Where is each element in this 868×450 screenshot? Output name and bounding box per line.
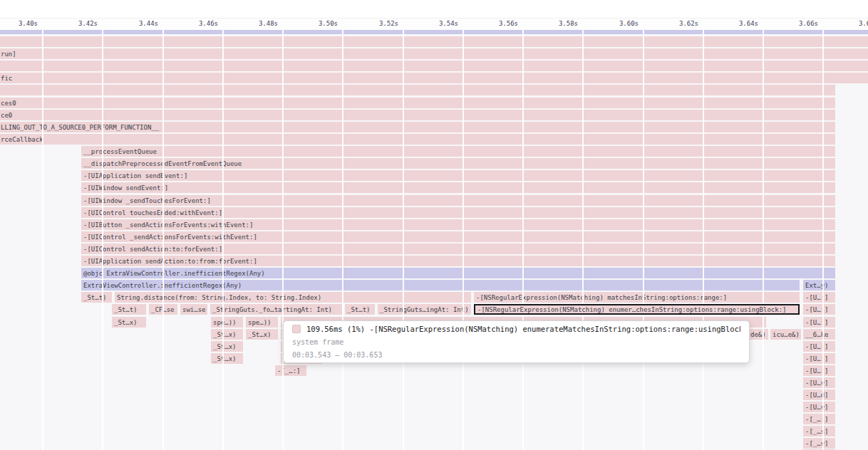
flame-block[interactable]: _St…x) [211,329,243,340]
flame-block[interactable]: _St…x) [246,329,278,340]
flame-block[interactable]: -[_…s] [803,426,835,436]
instruments-flame-chart: 3.40s3.42s3.44s3.46s3.48s3.50s3.52s3.54s… [0,0,868,450]
tooltip-title: 109.56ms (1%) -[NSRegularExpression(NSMa… [306,325,740,333]
flame-block[interactable]: -[UIControl _sendActionsForEvents:withEv… [81,231,835,242]
flame-block[interactable]: _St…t) [112,304,146,315]
flame-block[interactable]: _St…x) [211,341,243,352]
flame-block[interactable]: __processEventQueue [81,146,835,157]
flame-block[interactable]: -[UIApplication sendEvent:] [81,170,835,181]
flame-block[interactable]: @objc ExtraViewController.inefficientReg… [81,268,835,278]
flame-block[interactable]: LLING_OUT_TO_A_SOURCE0_PERFORM_FUNCTION_… [0,122,835,132]
flame-block[interactable]: -[UIApplication sendAction:to:from:forEv… [81,256,835,266]
flame-block[interactable]: -[U…v] [803,377,835,388]
flame-block[interactable]: -[_…v] [803,438,835,449]
flame-block[interactable]: _St…t) [345,304,375,315]
flame-block[interactable]: _StringGuts…ingAt: Int) [378,304,471,315]
flame-block[interactable]: rceCallback [0,134,835,145]
ruler-label: 3.62s [657,20,698,27]
flame-block[interactable]: _St…t) [81,292,112,303]
flame-block[interactable]: -[UIWindow sendEvent:] [81,182,835,193]
flame-block[interactable]: -[UIControl touchesEnded:withEvent:] [81,207,835,218]
flame-block[interactable]: ExtraViewController.inefficientRegex(Any… [81,280,800,291]
flame-block[interactable]: -[U…:] [803,365,835,376]
flame-block[interactable]: __6…ke [803,329,835,340]
flame-block[interactable] [0,29,868,34]
flame-block[interactable]: _St…x) [211,353,243,364]
top-spacer [0,0,868,18]
flame-block[interactable]: -[U…:] [803,304,835,315]
flame-block-selected[interactable]: -[NSRegularExpression(NSMatching) enumer… [474,304,800,315]
flame-block[interactable]: swi…se [180,304,207,315]
ruler-label: 3.52s [357,20,398,27]
flame-block[interactable] [0,36,868,47]
flame-block[interactable]: -[NSRegularExpression(NSMatching) matche… [474,292,800,303]
flame-block[interactable]: _StringGuts._fo…tartingAt: Int) [210,304,342,315]
ruler-label: 3.56s [477,20,518,27]
flame-block[interactable]: String.distance(from: String.Index, to: … [115,292,471,303]
ruler-label: 3.48s [237,20,278,27]
flame-block[interactable]: ces0 [0,98,835,108]
flame-block[interactable]: -[U…:] [803,292,835,303]
flame-block[interactable]: -[U…v] [803,402,835,412]
ruler-label: 3.40s [0,20,38,27]
tooltip-title-row: 109.56ms (1%) -[NSRegularExpression(NSMa… [292,325,740,333]
flame-block[interactable]: -[_…:] [275,365,306,376]
ruler-label: 3.46s [177,20,218,27]
tooltip: 109.56ms (1%) -[NSRegularExpression(NSMa… [283,320,750,363]
ruler-label: 3.42s [56,20,98,27]
ruler-label: 3.60s [597,20,639,27]
flame-block[interactable]: _St…x) [112,317,146,328]
flame-block[interactable]: -[UIButton _sendActionsForEvents:withEve… [81,219,835,230]
color-swatch-icon [292,325,301,333]
flame-block[interactable]: -[U…:] [803,353,835,364]
flame-block[interactable]: __dispatchPreprocessedEventFromEventQueu… [81,158,835,169]
flame-block[interactable]: _CF…se [149,304,177,315]
flame-block[interactable]: run] [0,48,868,59]
ruler-label: 3.66s [777,20,818,27]
flame-block[interactable]: ce0 [0,110,835,120]
flame-block[interactable]: icu…e&) [770,329,801,340]
flame-block[interactable]: -[_…:] [803,414,835,424]
flame-block[interactable]: spe…)) [211,317,243,328]
flame-block[interactable]: -[U…:] [803,317,835,328]
ruler-label: 3.64s [717,20,758,27]
flame-block[interactable] [0,61,868,71]
flame-block[interactable]: -[UIWindow _sendTouchesForEvent:] [81,195,835,206]
flame-block[interactable]: Ext…y) [803,280,835,291]
ruler-label: 3.68s [837,20,868,27]
flame-block[interactable]: -[UIControl sendAction:to:forEvent:] [81,244,835,254]
flame-block[interactable] [0,85,835,95]
ruler-label: 3.54s [417,20,458,27]
flame-block[interactable]: -[U…:] [803,341,835,352]
flame-block[interactable]: de&) [748,329,768,340]
flame-block[interactable]: spe…)) [246,317,278,328]
ruler-label: 3.44s [117,20,158,27]
flame-block[interactable]: fic [0,73,868,83]
tooltip-time-range: 00:03.543 — 00:03.653 [292,351,740,359]
flame-block[interactable]: -[U…d] [803,389,835,400]
ruler-label: 3.58s [537,20,578,27]
ruler-label: 3.50s [296,20,338,27]
time-ruler[interactable]: 3.40s3.42s3.44s3.46s3.48s3.50s3.52s3.54s… [0,18,868,30]
tooltip-subtitle: system frame [292,338,740,346]
